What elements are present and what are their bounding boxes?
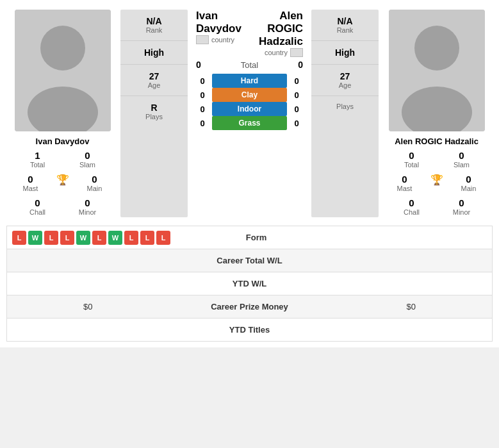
left-flag: [196, 35, 209, 44]
ytd-wl-right: [331, 278, 492, 290]
left-player-name: Ivan Davydov: [36, 137, 90, 146]
left-age-row: 27 Age: [120, 65, 188, 96]
badge-4: W: [76, 231, 90, 245]
career-total-left: [7, 254, 168, 267]
right-stat-main: 0 Main: [453, 174, 485, 192]
surface-row-indoor: 0 Indoor 0: [196, 102, 303, 116]
center-left-name: Ivan Davydov: [196, 10, 241, 35]
form-row: L W L L W L W L L L Form: [6, 226, 493, 249]
badge-2: L: [44, 231, 58, 245]
ytd-titles-left: [7, 324, 168, 336]
grass-right-score: 0: [290, 119, 303, 128]
career-total-right: [331, 254, 492, 267]
right-stat-chall: 0 Chall: [389, 197, 435, 216]
grass-button[interactable]: Grass: [212, 116, 287, 130]
right-trophy: 🏆: [421, 174, 453, 192]
right-stat-mast: 0 Mast: [389, 174, 421, 192]
right-plays-row: Plays: [311, 96, 379, 117]
names-row: Ivan Davydov country Alen ROGIC Hadzalic…: [196, 10, 303, 57]
left-stat-row-1: 1 Total 0 Slam: [15, 149, 111, 170]
left-trophy: 🏆: [47, 174, 79, 192]
left-player-avatar: [15, 10, 111, 131]
badge-5: L: [92, 231, 106, 245]
right-player-column: Alen ROGIC Hadzalic 0 Total 0 Slam 0 Ma: [384, 10, 489, 217]
left-stat-mast: 0 Mast: [15, 174, 47, 192]
left-stat-main: 0 Main: [79, 174, 111, 192]
ytd-titles-label: YTD Titles: [168, 319, 330, 341]
main-container: Ivan Davydov 1 Total 0 Slam 0 Mast: [0, 0, 499, 347]
left-player-stats: 1 Total 0 Slam 0 Mast 🏆: [15, 149, 111, 217]
ytd-wl-row: YTD W/L: [6, 272, 493, 295]
prize-money-left: $0: [7, 295, 168, 318]
svg-point-4: [414, 26, 459, 71]
player-comparison-area: Ivan Davydov 1 Total 0 Slam 0 Mast: [6, 6, 493, 220]
badge-6: W: [108, 231, 122, 245]
career-total-label: Career Total W/L: [168, 249, 330, 272]
left-stat-row-2: 0 Mast 🏆 0 Main: [15, 172, 111, 194]
hard-button[interactable]: Hard: [212, 74, 287, 88]
clay-button[interactable]: Clay: [212, 88, 287, 102]
left-plays-row: R Plays: [120, 96, 188, 127]
right-total-score: 0: [298, 60, 303, 70]
indoor-left-score: 0: [196, 104, 209, 114]
right-rank-row: N/A Rank: [311, 10, 379, 41]
left-total-score: 0: [196, 60, 201, 70]
left-stat-row-3: 0 Chall 0 Minor: [15, 196, 111, 217]
right-trophy-icon: 🏆: [430, 174, 443, 186]
right-info-panel: N/A Rank High 27 Age Plays: [311, 10, 379, 217]
right-stat-minor: 0 Minor: [439, 197, 485, 216]
ytd-wl-label: YTD W/L: [168, 272, 330, 295]
left-name-block: Ivan Davydov country: [196, 10, 241, 44]
surface-row-clay: 0 Clay 0: [196, 88, 303, 102]
left-stat-slam: 0 Slam: [65, 150, 111, 169]
indoor-right-score: 0: [290, 104, 303, 114]
right-stat-total: 0 Total: [389, 150, 435, 169]
form-label: Form: [176, 226, 337, 249]
badge-9: L: [156, 231, 170, 245]
indoor-button[interactable]: Indoor: [212, 102, 287, 116]
left-stat-total: 1 Total: [15, 150, 61, 169]
right-stat-row-1: 0 Total 0 Slam: [389, 149, 485, 170]
stats-bottom-table: L W L L W L W L L L Form Career Total W/…: [6, 226, 493, 342]
right-stat-slam: 0 Slam: [439, 150, 485, 169]
left-country-flag: country: [196, 35, 241, 44]
prize-money-right: $0: [331, 295, 492, 318]
ytd-titles-right: [331, 324, 492, 336]
hard-left-score: 0: [196, 76, 209, 86]
form-badges-container: L W L L W L W L L L: [7, 227, 176, 249]
badge-3: L: [60, 231, 74, 245]
center-right-name: Alen ROGIC Hadzalic: [241, 10, 303, 48]
surface-rows: 0 Hard 0 0 Clay 0 0 Indoor 0: [196, 74, 303, 130]
surface-row-hard: 0 Hard 0: [196, 74, 303, 88]
badge-7: L: [124, 231, 138, 245]
left-stat-minor: 0 Minor: [65, 197, 111, 216]
clay-right-score: 0: [290, 90, 303, 100]
right-high-row: High: [311, 41, 379, 65]
left-stat-chall: 0 Chall: [15, 197, 61, 216]
badge-8: L: [140, 231, 154, 245]
grass-left-score: 0: [196, 119, 209, 128]
prize-money-row: $0 Career Prize Money $0: [6, 295, 493, 319]
right-player-avatar: [389, 10, 485, 131]
right-country-flag: country: [241, 48, 303, 57]
right-player-name: Alen ROGIC Hadzalic: [395, 137, 479, 146]
ytd-wl-left: [7, 278, 168, 290]
left-rank-row: N/A Rank: [120, 10, 188, 41]
total-label: Total: [241, 60, 258, 70]
surface-row-grass: 0 Grass 0: [196, 116, 303, 130]
right-player-stats: 0 Total 0 Slam 0 Mast 🏆: [389, 149, 485, 217]
badge-0: L: [12, 231, 26, 245]
hard-right-score: 0: [290, 76, 303, 86]
center-surface-area: Ivan Davydov country Alen ROGIC Hadzalic…: [193, 10, 306, 217]
right-name-block: Alen ROGIC Hadzalic country: [241, 10, 303, 57]
total-row: 0 Total 0: [196, 60, 303, 70]
right-age-row: 27 Age: [311, 65, 379, 96]
right-stat-row-2: 0 Mast 🏆 0 Main: [389, 172, 485, 194]
right-stat-row-3: 0 Chall 0 Minor: [389, 196, 485, 217]
svg-point-1: [40, 26, 85, 71]
right-flag: [290, 48, 303, 57]
clay-left-score: 0: [196, 90, 209, 100]
left-player-column: Ivan Davydov 1 Total 0 Slam 0 Mast: [10, 10, 115, 217]
left-info-panel: N/A Rank High 27 Age R Plays: [120, 10, 188, 217]
left-trophy-icon: 🏆: [56, 174, 69, 186]
